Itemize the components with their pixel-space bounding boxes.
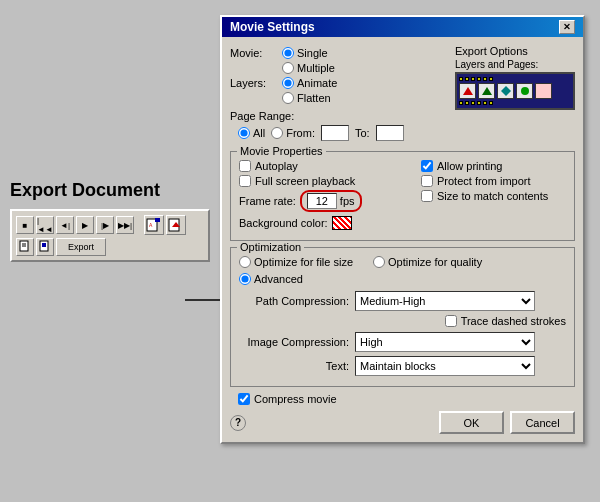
- path-compression-label: Path Compression:: [239, 295, 349, 307]
- multiple-radio-option[interactable]: Multiple: [282, 62, 335, 74]
- compress-movie-checkbox[interactable]: [238, 393, 250, 405]
- image-compression-label: Image Compression:: [239, 336, 349, 348]
- play-btn[interactable]: ▶: [76, 216, 94, 234]
- advanced-label: Advanced: [254, 273, 303, 285]
- movie-strip-preview: [455, 72, 575, 110]
- single-label: Single: [297, 47, 328, 59]
- trace-dashed-label: Trace dashed strokes: [461, 315, 566, 327]
- animate-label: Animate: [297, 77, 337, 89]
- frame-rate-input[interactable]: 12: [307, 193, 337, 209]
- flatten-radio[interactable]: [282, 92, 294, 104]
- rewind-btn[interactable]: |◄◄: [36, 216, 54, 234]
- opt-filesize-option[interactable]: Optimize for file size: [239, 256, 353, 268]
- trace-dashed-checkbox[interactable]: [445, 315, 457, 327]
- page-range-to-input[interactable]: [376, 125, 404, 141]
- svg-point-16: [521, 87, 529, 95]
- single-radio[interactable]: [282, 47, 294, 59]
- svg-marker-14: [482, 87, 492, 95]
- flatten-label: Flatten: [297, 92, 331, 104]
- fullscreen-label: Full screen playback: [255, 175, 355, 187]
- doc-btn1[interactable]: [16, 238, 34, 256]
- to-label: To:: [355, 127, 370, 139]
- movie-settings-dialog: Movie Settings ✕ Movie: Single: [220, 15, 585, 444]
- fps-label: fps: [340, 195, 355, 207]
- ok-button[interactable]: OK: [439, 411, 504, 434]
- single-radio-option[interactable]: Single: [282, 47, 328, 59]
- svg-rect-1: [155, 218, 160, 222]
- doc-btn3[interactable]: Export: [56, 238, 106, 256]
- help-button[interactable]: ?: [230, 415, 246, 431]
- multiple-label: Multiple: [297, 62, 335, 74]
- size-match-checkbox[interactable]: [421, 190, 433, 202]
- autoplay-label: Autoplay: [255, 160, 298, 172]
- dialog-title: Movie Settings: [230, 20, 315, 34]
- opt-filesize-radio[interactable]: [239, 256, 251, 268]
- advanced-option[interactable]: Advanced: [239, 273, 566, 285]
- multiple-radio[interactable]: [282, 62, 294, 74]
- cancel-button[interactable]: Cancel: [510, 411, 575, 434]
- size-match-label: Size to match contents: [437, 190, 548, 202]
- bg-color-swatch[interactable]: [332, 216, 352, 230]
- opt-quality-label: Optimize for quality: [388, 256, 482, 268]
- allow-printing-checkbox[interactable]: [421, 160, 433, 172]
- autoplay-checkbox[interactable]: [239, 160, 251, 172]
- page-range-label: Page Range:: [230, 110, 300, 122]
- all-radio-option[interactable]: All: [238, 127, 265, 139]
- page-range-from-input[interactable]: [321, 125, 349, 141]
- movie-label: Movie:: [230, 47, 282, 59]
- from-radio-option[interactable]: From:: [271, 127, 315, 139]
- from-label: From:: [286, 127, 315, 139]
- path-compression-select[interactable]: Medium-High None Low Medium High: [355, 291, 535, 311]
- layers-label: Layers:: [230, 77, 282, 89]
- allow-printing-label: Allow printing: [437, 160, 502, 172]
- all-radio[interactable]: [238, 127, 250, 139]
- export-icon2[interactable]: [166, 215, 186, 235]
- protect-import-checkbox[interactable]: [421, 175, 433, 187]
- svg-marker-13: [463, 87, 473, 95]
- flatten-radio-option[interactable]: Flatten: [282, 92, 331, 104]
- compress-movie-label: Compress movie: [254, 393, 337, 405]
- text-label: Text:: [239, 360, 349, 372]
- animate-radio-option[interactable]: Animate: [282, 77, 337, 89]
- text-select[interactable]: Maintain blocks Convert to outlines: [355, 356, 535, 376]
- svg-rect-9: [42, 243, 46, 247]
- opt-quality-radio[interactable]: [373, 256, 385, 268]
- toolbar-panel: ■ |◄◄ ◄| ▶ |▶ ▶▶| A: [10, 209, 210, 262]
- advanced-radio[interactable]: [239, 273, 251, 285]
- movie-properties-title: Movie Properties: [237, 145, 326, 157]
- fullscreen-checkbox[interactable]: [239, 175, 251, 187]
- next-btn[interactable]: |▶: [96, 216, 114, 234]
- bg-color-label: Background color:: [239, 217, 328, 229]
- all-label: All: [253, 127, 265, 139]
- dialog-close-button[interactable]: ✕: [559, 20, 575, 34]
- svg-marker-15: [501, 86, 511, 96]
- opt-filesize-label: Optimize for file size: [254, 256, 353, 268]
- stop-btn[interactable]: ■: [16, 216, 34, 234]
- doc-btn2[interactable]: [36, 238, 54, 256]
- optimization-title: Optimization: [237, 241, 304, 253]
- prev-btn[interactable]: ◄|: [56, 216, 74, 234]
- dialog-titlebar: Movie Settings ✕: [222, 17, 583, 37]
- image-compression-select[interactable]: High None Low Medium: [355, 332, 535, 352]
- opt-quality-option[interactable]: Optimize for quality: [373, 256, 482, 268]
- from-radio[interactable]: [271, 127, 283, 139]
- export-options-label: Export Options: [455, 45, 575, 57]
- export-icon1[interactable]: A: [144, 215, 164, 235]
- animate-radio[interactable]: [282, 77, 294, 89]
- frame-rate-label: Frame rate:: [239, 195, 296, 207]
- layers-pages-label: Layers and Pages:: [455, 59, 575, 70]
- protect-import-label: Protect from import: [437, 175, 531, 187]
- forward-btn[interactable]: ▶▶|: [116, 216, 134, 234]
- export-doc-label: Export Document: [10, 180, 210, 201]
